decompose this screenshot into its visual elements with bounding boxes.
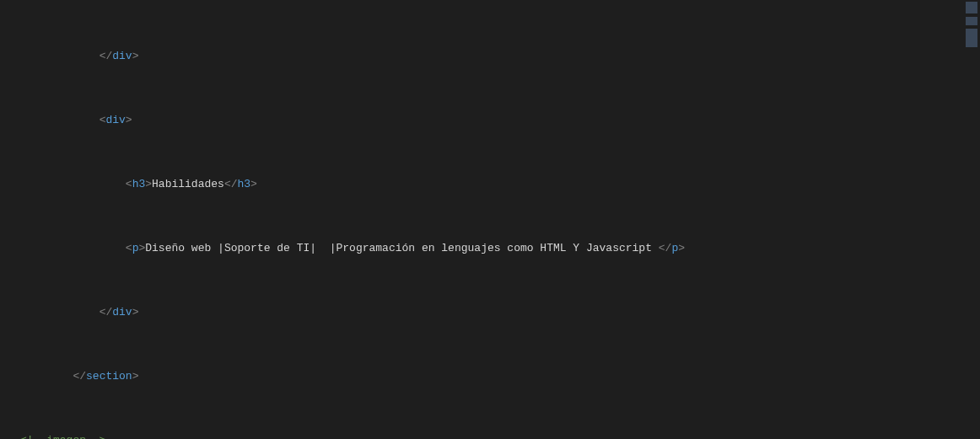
code-area[interactable]: </div> <div> <h3>Habilidades</h3> <p>Dis… (17, 0, 980, 439)
scrollbar-track[interactable] (968, 0, 980, 439)
gutter (0, 0, 17, 439)
code-line[interactable]: </div> (20, 304, 980, 320)
code-line[interactable]: <!--imagen--> (20, 432, 980, 439)
code-line[interactable]: <div> (20, 112, 980, 128)
code-line[interactable]: </section> (20, 368, 980, 384)
code-line[interactable]: <h3>Habilidades</h3> (20, 176, 980, 192)
code-line[interactable]: <p>Diseño web |Soporte de TI| |Programac… (20, 240, 980, 256)
vertical-scrollbar[interactable] (968, 0, 980, 439)
code-line[interactable]: </div> (20, 48, 980, 64)
code-editor[interactable]: </div> <div> <h3>Habilidades</h3> <p>Dis… (0, 0, 980, 439)
